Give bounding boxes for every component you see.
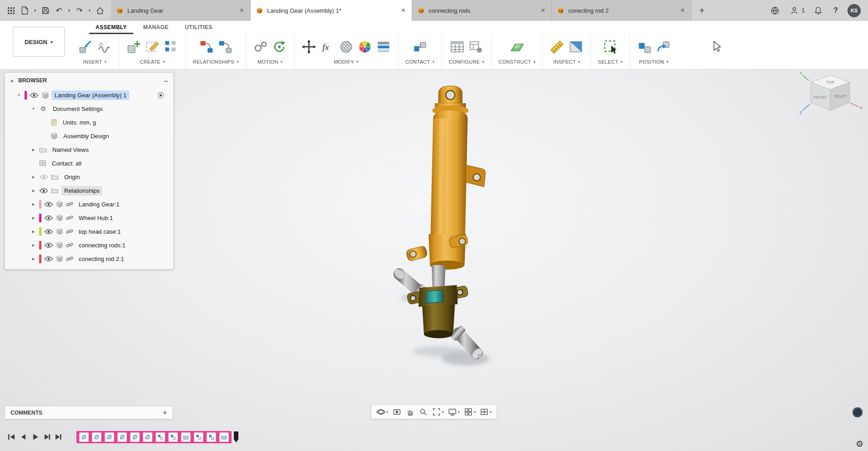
select-icon[interactable] <box>602 39 619 55</box>
activate-component-radio[interactable] <box>157 92 164 99</box>
viewports-icon[interactable]: ▾ <box>479 407 493 416</box>
viewport-canvas[interactable]: TOP FRONT RIGHT Y X Z « BROWSER – ▼ Land… <box>0 70 868 451</box>
group-label[interactable]: MOTION <box>257 59 278 65</box>
tree-expand-icon[interactable]: ▼ <box>16 93 22 97</box>
new-tab-button[interactable]: + <box>691 0 712 21</box>
pan-icon[interactable] <box>404 407 416 416</box>
browser-root-label[interactable]: Landing Gear (Assembly) 1 <box>52 90 129 100</box>
capture-position-icon[interactable] <box>637 39 652 55</box>
tree-collapse-icon[interactable]: ▶ <box>30 243 36 247</box>
material-color-wheel-icon[interactable] <box>357 39 373 55</box>
redo-icon[interactable]: ↷ <box>74 3 85 18</box>
tree-collapse-icon[interactable]: ▶ <box>30 257 36 261</box>
timeline-track[interactable] <box>76 431 239 443</box>
help-icon[interactable]: ? <box>832 6 840 15</box>
tree-row-units[interactable]: Units: mm, g <box>5 115 173 129</box>
visibility-eye-icon[interactable] <box>39 188 48 194</box>
document-tab[interactable]: connecting rods × <box>412 0 552 21</box>
tree-row-label[interactable]: conecting rod 2:1 <box>76 254 127 264</box>
group-label[interactable]: CONFIGURE <box>449 59 480 65</box>
motion-link-icon[interactable] <box>253 39 268 55</box>
job-status-icon[interactable] <box>853 407 863 417</box>
tree-row-named-views[interactable]: ▶ Named Views <box>5 143 173 156</box>
visibility-eye-icon[interactable] <box>44 201 53 207</box>
rigid-joint-feature-icon[interactable] <box>207 432 216 442</box>
document-tab-active[interactable]: Landing Gear (Assembly) 1* × <box>251 0 412 21</box>
look-at-icon[interactable] <box>391 407 403 416</box>
create-sketch-icon[interactable] <box>145 39 160 55</box>
tree-collapse-icon[interactable]: ▶ <box>30 202 36 206</box>
group-label[interactable]: CONTACT <box>405 59 430 65</box>
extensions-globe-icon[interactable] <box>769 3 781 18</box>
settings-gear-icon[interactable]: ⚙ <box>856 439 863 449</box>
close-tab-icon[interactable]: × <box>400 6 406 15</box>
revolute-joint-feature-icon[interactable] <box>105 432 114 442</box>
close-tab-icon[interactable]: × <box>540 6 546 15</box>
contact-sets-icon[interactable] <box>412 39 428 55</box>
move-copy-icon[interactable] <box>301 39 317 55</box>
comments-bar[interactable]: COMMENTS + <box>5 406 173 419</box>
new-component-icon[interactable] <box>126 39 141 55</box>
go-to-end-button[interactable] <box>53 431 65 443</box>
profile-icon[interactable] <box>788 3 800 18</box>
timeline-position-marker[interactable] <box>233 431 239 443</box>
tree-expand-icon[interactable]: ▼ <box>30 107 36 111</box>
group-label[interactable]: INSPECT <box>553 59 576 65</box>
revert-position-icon[interactable] <box>656 39 671 55</box>
fit-icon[interactable]: ▾ <box>430 407 445 416</box>
tree-row-component[interactable]: ▶ Wheel Hub:1 <box>5 211 173 225</box>
display-settings-icon[interactable]: ▾ <box>446 407 461 416</box>
group-label[interactable]: SELECT <box>598 59 618 65</box>
change-parameters-fx-icon[interactable]: fx <box>320 39 335 55</box>
close-tab-icon[interactable]: × <box>680 6 686 15</box>
tree-row-label[interactable]: Origin <box>61 172 83 182</box>
measure-icon[interactable] <box>550 39 565 55</box>
tree-row-label[interactable]: top head case:1 <box>76 227 124 236</box>
revolute-joint-feature-icon[interactable] <box>117 432 127 442</box>
tree-row-label[interactable]: connecting rods:1 <box>76 241 128 250</box>
tree-row-assembly-design[interactable]: Assembly Design <box>5 129 173 143</box>
group-label[interactable]: POSITION <box>639 59 664 65</box>
orbit-icon[interactable]: ▾ <box>375 407 389 416</box>
layout-grid-icon[interactable]: ▾ <box>463 407 477 416</box>
tree-row-label[interactable]: Landing Gear:1 <box>76 200 122 209</box>
tree-row-component[interactable]: ▶ conecting rod 2:1 <box>5 252 173 266</box>
tree-row-component[interactable]: ▶ Landing Gear:1 <box>5 197 173 211</box>
revolute-joint-feature-icon[interactable] <box>92 432 101 442</box>
save-icon[interactable] <box>40 3 51 18</box>
revolute-joint-feature-icon[interactable] <box>143 432 152 442</box>
tree-collapse-icon[interactable]: ▶ <box>30 189 36 193</box>
avatar[interactable]: KS <box>848 4 861 17</box>
tree-row-label[interactable]: Relationships <box>61 186 102 195</box>
model-landing-gear[interactable] <box>386 80 497 384</box>
tab-utilities[interactable]: UTILITIES <box>179 22 219 34</box>
file-menu-caret-icon[interactable]: ▾ <box>33 8 37 13</box>
close-tab-icon[interactable]: × <box>239 6 245 15</box>
app-grid-icon[interactable] <box>5 3 17 18</box>
tree-row-label[interactable]: Wheel Hub:1 <box>76 213 116 223</box>
motion-study-icon[interactable] <box>272 39 287 55</box>
insert-derive-icon[interactable] <box>78 39 93 55</box>
visibility-eye-icon[interactable] <box>44 215 53 221</box>
tab-assembly[interactable]: ASSEMBLY <box>89 22 133 34</box>
tree-row-label[interactable]: Document Settings <box>50 104 106 114</box>
group-label[interactable]: CREATE <box>140 59 161 65</box>
configuration-gear-icon[interactable] <box>468 39 484 55</box>
rigid-joint-feature-icon[interactable] <box>194 432 203 442</box>
undo-menu-caret-icon[interactable]: ▾ <box>67 8 71 13</box>
step-forward-button[interactable] <box>41 431 53 443</box>
view-cube[interactable]: TOP FRONT RIGHT Y X Z <box>796 70 864 125</box>
group-label[interactable]: MODIFY <box>334 59 354 65</box>
minimize-panel-icon[interactable]: – <box>164 77 168 85</box>
rigid-joint-feature-icon[interactable] <box>168 432 178 442</box>
browser-root-row[interactable]: ▼ Landing Gear (Assembly) 1 <box>5 88 173 102</box>
tree-row-label[interactable]: Units: mm, g <box>60 118 99 127</box>
tree-collapse-icon[interactable]: ▶ <box>30 148 36 152</box>
document-tab[interactable]: conecting rod 2 × <box>552 0 691 21</box>
tree-row-origin[interactable]: ▶ Origin <box>5 170 173 184</box>
add-comment-icon[interactable]: + <box>163 409 167 417</box>
timeline-progress[interactable] <box>76 431 232 443</box>
tree-row-label[interactable]: Contact: all <box>49 159 84 168</box>
group-label[interactable]: INSERT <box>83 59 102 65</box>
tree-row-label[interactable]: Named Views <box>50 145 91 155</box>
